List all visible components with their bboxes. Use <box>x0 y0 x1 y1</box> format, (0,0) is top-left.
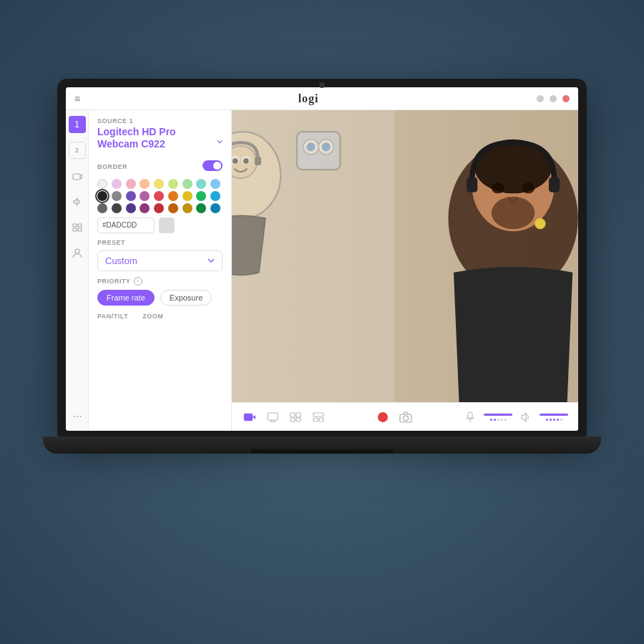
mic-dot <box>501 419 503 421</box>
source-section-label: SOURCE 1 <box>97 117 223 125</box>
sidebar-item-person[interactable] <box>69 245 86 262</box>
color-swatch[interactable] <box>126 191 136 201</box>
sidebar-item-grid[interactable] <box>69 219 86 236</box>
color-swatch[interactable] <box>154 203 164 213</box>
color-swatch[interactable] <box>196 203 206 213</box>
color-swatch[interactable] <box>182 191 192 201</box>
color-swatch[interactable] <box>97 179 107 189</box>
laptop-wrapper: ≡ logi 1 2 <box>50 79 594 565</box>
pan-tilt-label: PAN/TILT <box>97 313 128 320</box>
color-swatch[interactable] <box>182 179 192 189</box>
svg-rect-53 <box>468 412 472 419</box>
snapshot-button[interactable] <box>398 409 414 425</box>
svg-point-5 <box>75 249 79 253</box>
color-swatch[interactable] <box>154 191 164 201</box>
color-swatch[interactable] <box>210 191 220 201</box>
volume-dot <box>550 419 552 421</box>
color-swatch[interactable] <box>210 179 220 189</box>
maximize-button[interactable] <box>550 95 557 102</box>
color-swatch[interactable] <box>140 179 150 189</box>
color-swatch[interactable] <box>168 179 178 189</box>
minimize-button[interactable] <box>537 95 544 102</box>
border-toggle[interactable] <box>203 160 223 171</box>
color-swatch[interactable] <box>140 191 150 201</box>
layout1-icon <box>290 412 301 422</box>
preset-dropdown[interactable]: Custom <box>97 250 223 271</box>
bottom-toolbar <box>232 402 578 431</box>
monitor-button[interactable] <box>265 409 280 425</box>
color-swatch[interactable] <box>154 179 164 189</box>
volume-dot <box>553 419 555 421</box>
color-swatch[interactable] <box>112 179 122 189</box>
grid-icon <box>72 223 82 232</box>
color-swatch[interactable] <box>196 179 206 189</box>
color-swatch[interactable] <box>182 203 192 213</box>
svg-point-27 <box>492 197 535 229</box>
color-preview[interactable] <box>159 218 175 233</box>
source2-label: 2 <box>75 147 79 154</box>
svg-point-25 <box>492 182 504 193</box>
color-swatch[interactable] <box>112 191 122 201</box>
color-swatch[interactable] <box>140 203 150 213</box>
svg-rect-4 <box>78 228 82 231</box>
color-swatch[interactable] <box>126 203 136 213</box>
svg-rect-0 <box>73 174 80 180</box>
svg-rect-30 <box>549 177 560 192</box>
sidebar-item-volume[interactable] <box>69 193 86 210</box>
volume-icon <box>72 197 82 206</box>
volume-dot <box>560 419 562 421</box>
color-swatch-selected[interactable] <box>97 191 107 201</box>
volume-icon <box>520 412 532 422</box>
volume-dot <box>546 419 548 421</box>
svg-rect-39 <box>268 413 278 420</box>
sidebar-item-camera[interactable] <box>69 167 86 185</box>
svg-rect-49 <box>319 418 323 421</box>
close-button[interactable] <box>562 95 570 102</box>
mic-icon <box>466 411 474 423</box>
left-panel: SOURCE 1 Logitech HD Pro Webcam C922 BOR… <box>89 110 232 431</box>
exposure-button[interactable]: Exposure <box>160 290 212 306</box>
color-swatch[interactable] <box>97 203 107 213</box>
camera-icon <box>72 172 82 180</box>
mic-dot <box>494 419 496 421</box>
sidebar-more[interactable]: ⋯ <box>69 408 86 425</box>
video-area: logi <box>232 110 578 402</box>
color-swatch[interactable] <box>168 203 178 213</box>
color-swatch[interactable] <box>126 179 136 189</box>
color-swatch[interactable] <box>210 203 220 213</box>
sidebar-item-source1[interactable]: 1 <box>69 116 86 133</box>
video-content: logi <box>232 110 578 402</box>
preset-value: Custom <box>105 255 137 266</box>
sidebar-item-source2[interactable]: 2 <box>69 142 86 159</box>
priority-info-icon[interactable]: i <box>134 277 142 286</box>
volume-button[interactable] <box>518 409 534 425</box>
color-swatch[interactable] <box>168 191 178 201</box>
svg-rect-45 <box>291 418 295 421</box>
record-button[interactable] <box>375 409 391 425</box>
mic-slider-bar <box>484 414 512 416</box>
toolbar-left-controls <box>242 409 326 425</box>
svg-rect-2 <box>78 224 82 227</box>
more-icon: ⋯ <box>72 411 82 422</box>
mic-slider-group[interactable] <box>484 414 512 421</box>
source-chevron-icon <box>217 140 223 144</box>
layout2-button[interactable] <box>311 409 326 425</box>
monitor-icon <box>267 412 278 422</box>
color-swatch[interactable] <box>112 203 122 213</box>
source-selector[interactable]: Logitech HD Pro Webcam C922 <box>97 126 223 157</box>
border-label: BORDER <box>97 163 127 170</box>
video-frame: logi <box>232 110 578 402</box>
priority-buttons: Frame rate Exposure <box>97 290 223 306</box>
framerate-button[interactable]: Frame rate <box>97 290 155 306</box>
preset-section-label: PRESET <box>97 239 223 246</box>
color-hex-input[interactable] <box>97 218 155 233</box>
color-swatch[interactable] <box>196 191 206 201</box>
camera-view-button[interactable] <box>242 409 258 425</box>
color-palette <box>97 179 223 213</box>
color-input-row <box>97 218 223 233</box>
volume-slider-group[interactable] <box>540 414 568 421</box>
svg-rect-44 <box>296 413 301 417</box>
mic-button[interactable] <box>462 409 478 425</box>
layout1-button[interactable] <box>288 409 303 425</box>
menu-icon[interactable]: ≡ <box>74 93 80 104</box>
